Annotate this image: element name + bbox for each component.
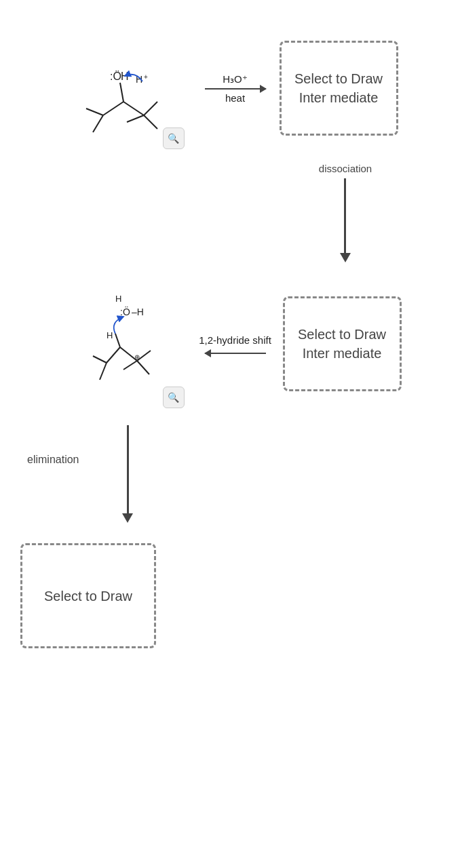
step3-arrow-line: [205, 353, 266, 354]
svg-text::Ö: :Ö: [110, 71, 121, 82]
svg-line-7: [120, 83, 123, 102]
svg-text::Ö: :Ö: [120, 306, 130, 317]
svg-text:H: H: [107, 330, 113, 340]
step1-reagent-top: H₃O⁺: [223, 73, 248, 85]
row-1: :Ö H H + 🔍 H₃O⁺: [0, 14, 460, 156]
step3-arrow-area: 1,2-hydride shift: [188, 334, 283, 354]
dissociation-arrow-line: [344, 178, 346, 253]
svg-line-23: [115, 334, 120, 347]
svg-line-5: [144, 115, 157, 129]
elimination-arrow-line: [127, 425, 129, 513]
dissociation-arrowhead: [340, 253, 351, 262]
dissociation-label: dissociation: [319, 163, 372, 174]
dissociation-arrow: [340, 178, 351, 262]
final-box-label: Select to Draw: [37, 580, 139, 612]
svg-line-17: [93, 356, 107, 363]
svg-line-21: [137, 361, 149, 374]
svg-line-18: [100, 363, 107, 380]
svg-line-22: [123, 361, 137, 370]
svg-line-0: [93, 115, 103, 132]
elimination-arrowhead: [122, 513, 133, 523]
intermediate-box-1-label: Select to Draw Inter mediate: [282, 62, 396, 114]
reaction-diagram: :Ö H H + 🔍 H₃O⁺: [0, 0, 460, 689]
dissociation-arrow-col: dissociation: [319, 163, 372, 262]
svg-line-1: [86, 108, 103, 115]
elimination-label: elimination: [27, 452, 79, 467]
svg-text:H: H: [121, 71, 129, 82]
molecule-2-zoom-button[interactable]: 🔍: [163, 387, 185, 408]
elimination-section: elimination: [0, 418, 460, 530]
zoom-icon-1: 🔍: [168, 133, 179, 144]
svg-line-3: [123, 102, 144, 115]
svg-line-16: [107, 347, 120, 363]
step1-arrow-line: [205, 88, 266, 90]
row-final: Select to Draw: [0, 530, 460, 675]
svg-text:+: +: [144, 73, 148, 81]
step1-reagent-bottom: heat: [225, 92, 245, 104]
svg-text:–H: –H: [132, 307, 144, 317]
intermediate-box-2[interactable]: Select to Draw Inter mediate: [283, 296, 402, 391]
svg-line-6: [127, 115, 144, 122]
svg-text:H: H: [115, 294, 121, 304]
intermediate-box-2-label: Select to Draw Inter mediate: [285, 318, 400, 370]
molecule-1-zoom-button[interactable]: 🔍: [163, 127, 185, 149]
zoom-icon-2: 🔍: [168, 392, 179, 403]
final-box[interactable]: Select to Draw: [20, 543, 156, 648]
molecule-2-svg: H :Ö –H H: [69, 283, 178, 405]
svg-text:⊕: ⊕: [134, 353, 140, 361]
elimination-label-col: elimination: [0, 425, 109, 467]
molecule-1-area: :Ö H H + 🔍: [62, 34, 191, 142]
svg-line-2: [103, 102, 123, 115]
molecule-1-svg: :Ö H H +: [69, 34, 185, 142]
svg-line-4: [144, 102, 157, 115]
intermediate-box-1[interactable]: Select to Draw Inter mediate: [280, 41, 398, 136]
step3-arrow: [188, 353, 283, 354]
molecule-2-area: H :Ö –H H: [59, 283, 188, 405]
step1-arrow: [191, 88, 280, 90]
row-2: H :Ö –H H: [0, 269, 460, 418]
step3-reaction-label: 1,2-hydride shift: [199, 334, 271, 346]
elimination-arrow: [122, 425, 133, 523]
step1-arrow-area: H₃O⁺ heat: [191, 73, 280, 104]
dissociation-section: dissociation: [0, 156, 460, 269]
elimination-arrow-col: [122, 425, 133, 523]
